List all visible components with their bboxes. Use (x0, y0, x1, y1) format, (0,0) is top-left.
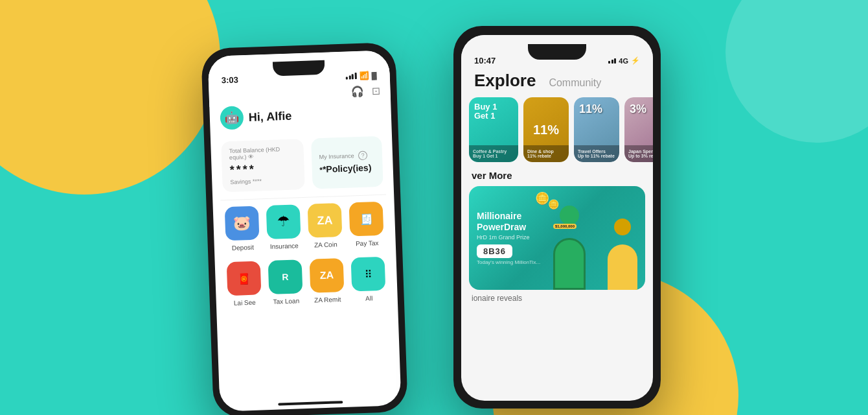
bg-circle-teal-right (725, 0, 868, 143)
network-type: 4G (619, 57, 628, 65)
bottom-indicator (220, 399, 401, 408)
balance-card: Total Balance (HKD equiv.) 👁 **** Saving… (221, 139, 304, 192)
banner-text: MillionairePowerDraw HrD 1m Grand Prize … (477, 211, 637, 265)
phone-right: 10:47 4G ⚡ Explore Community (453, 26, 661, 409)
explore-tabs: Explore Community (461, 68, 653, 97)
promo-card-travel[interactable]: 11% Travel Offers Up to 11% rebate (574, 97, 619, 162)
notch-left (273, 60, 325, 77)
signal-icon-left (346, 73, 357, 80)
notch-right (528, 44, 586, 60)
time-left: 3:03 (222, 75, 239, 85)
action-deposit[interactable]: 🐷 Deposit (223, 206, 261, 252)
greeting-text: Hi, Alfie (249, 109, 292, 124)
pay-tax-icon: 🧾 (349, 202, 384, 237)
za-coin-icon: ZA (308, 203, 343, 238)
action-pay-tax[interactable]: 🧾 Pay Tax (348, 202, 385, 248)
japan-overlay: Japan Spend Up to 3% reb... (624, 145, 653, 162)
promo-card-japan[interactable]: 3% Japan Spend Up to 3% reb... (624, 97, 653, 162)
tab-community[interactable]: Community (549, 77, 601, 89)
avatar: 🤖 (220, 106, 244, 130)
travel-overlay: Travel Offers Up to 11% rebate (574, 145, 619, 162)
action-lai-see[interactable]: 🧧 Lai See (225, 261, 263, 307)
balance-label: Total Balance (HKD equiv.) 👁 (229, 145, 295, 161)
deposit-label: Deposit (232, 244, 254, 252)
actions-row-2: 🧧 Lai See R Tax Loan ZA ZA Remit ⠿ All (215, 256, 398, 307)
discover-more-label: ver More (472, 170, 512, 181)
buy1get1-text: Buy 1Get 1 (474, 102, 497, 121)
phone-left: 3:03 📶 ▓ 🎧 ⊡ 🤖 (201, 42, 408, 415)
status-icons-left: 📶 ▓ (346, 70, 377, 80)
all-label: All (365, 294, 373, 302)
all-icon: ⠿ (351, 257, 386, 292)
balance-value: **** (229, 161, 296, 177)
scan-icon[interactable]: ⊡ (371, 85, 380, 97)
promo-cards-row: Buy 1Get 1 Coffee & Pastry Buy 1 Get 1 1… (461, 97, 653, 169)
lai-see-icon: 🧧 (227, 261, 262, 296)
battery-icon-right: ⚡ (631, 56, 640, 65)
action-all[interactable]: ⠿ All (350, 257, 387, 303)
phones-container: 3:03 📶 ▓ 🎧 ⊡ 🤖 (168, 19, 700, 402)
action-za-coin[interactable]: ZA ZA Coin (306, 203, 344, 249)
banner-title: MillionairePowerDraw (477, 211, 637, 233)
buy1get1-overlay: Coffee & Pastry Buy 1 Get 1 (469, 145, 518, 162)
insurance-label: My Insurance ? (319, 150, 374, 161)
headphone-icon[interactable]: 🎧 (350, 86, 364, 99)
dine-percent: 11% (523, 123, 569, 136)
signal-icon-right (608, 58, 616, 64)
discover-more-row: ver More (461, 169, 653, 186)
winning-label: Today's winning MillionTix... (477, 259, 637, 265)
home-indicator (278, 401, 343, 405)
battery-icon-left: ▓ (371, 71, 376, 78)
za-remit-icon: ZA (310, 258, 345, 293)
status-icons-right: 4G ⚡ (608, 56, 640, 65)
tax-loan-label: Tax Loan (273, 297, 299, 305)
savings-label: Savings **** (230, 176, 297, 185)
lottery-ticket: 8B36 (477, 244, 637, 258)
za-remit-label: ZA Remit (314, 296, 341, 303)
lai-see-label: Lai See (234, 299, 256, 307)
insurance-help-icon: ? (358, 151, 367, 160)
bottom-text: ionaire reveals (461, 290, 653, 307)
promo-card-buy1get1[interactable]: Buy 1Get 1 Coffee & Pastry Buy 1 Get 1 (469, 97, 518, 162)
tab-explore[interactable]: Explore (474, 71, 536, 91)
actions-row-1: 🐷 Deposit ☂ Insurance ZA ZA Coin 🧾 Pay T… (213, 201, 396, 252)
tax-loan-icon: R (268, 259, 303, 294)
coin-icon: 🪙 (535, 191, 549, 206)
insurance-value: **Policy(ies) (319, 162, 375, 174)
insurance-card[interactable]: My Insurance ? **Policy(ies) (311, 136, 383, 189)
promo-card-dine[interactable]: 11% Dine & shop 11% rebate (523, 97, 569, 162)
deposit-icon: 🐷 (225, 206, 260, 241)
pay-tax-label: Pay Tax (356, 239, 379, 247)
balance-insurance-row: Total Balance (HKD equiv.) 👁 **** Saving… (211, 136, 394, 200)
insurance-action-label: Insurance (270, 242, 299, 250)
action-za-remit[interactable]: ZA ZA Remit (308, 258, 346, 304)
insurance-icon: ☂ (266, 204, 301, 239)
travel-percent: 11% (579, 102, 602, 116)
phone-left-screen: 3:03 📶 ▓ 🎧 ⊡ 🤖 (208, 50, 402, 411)
action-tax-loan[interactable]: R Tax Loan (267, 259, 304, 305)
za-coin-label: ZA Coin (314, 241, 337, 248)
phone-right-screen: 10:47 4G ⚡ Explore Community (461, 35, 653, 401)
action-insurance[interactable]: ☂ Insurance (265, 204, 303, 250)
japan-percent: 3% (630, 102, 646, 116)
dine-overlay: Dine & shop 11% rebate (523, 145, 569, 162)
millionaire-banner[interactable]: MillionairePowerDraw HrD 1m Grand Prize … (469, 186, 645, 290)
banner-prize: HrD 1m Grand Prize (477, 234, 637, 241)
wifi-icon: 📶 (359, 71, 369, 80)
time-right: 10:47 (474, 56, 496, 65)
